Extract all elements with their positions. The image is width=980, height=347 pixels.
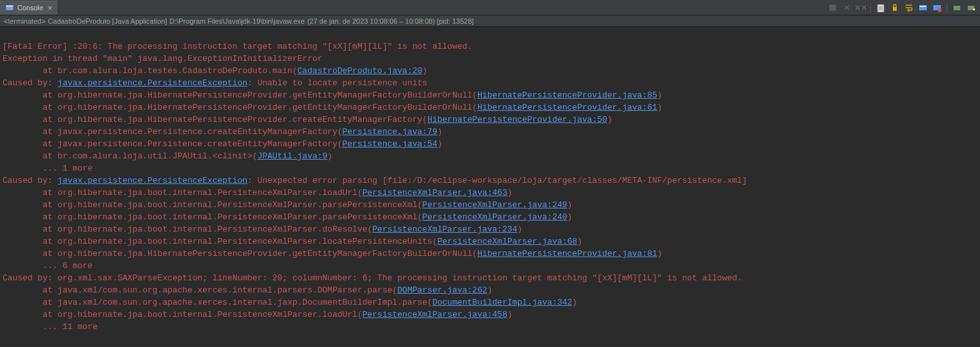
source-link[interactable]: PersistenceXmlParser.java:249 [422,200,567,210]
frames-omitted: ... 6 more [3,261,92,271]
stack-frame: at org.hibernate.jpa.boot.internal.Persi… [3,188,363,198]
console-icon [5,3,14,12]
paren: ) [577,237,582,246]
svg-rect-2 [829,4,836,11]
source-link[interactable]: HibernatePersistenceProvider.java:81 [477,249,657,258]
svg-rect-1 [6,6,13,7]
close-icon[interactable]: × [46,4,54,12]
cause-msg: : Unexpected error parsing [file:/D:/ecl… [247,176,747,185]
svg-text:▾: ▾ [973,7,976,12]
paren: ) [518,224,523,234]
stack-frame: at javax.persistence.Persistence.createE… [3,139,343,149]
tab-label: Console [17,4,43,12]
paren: ) [327,151,332,161]
console-line: [Fatal Error] :20:6: The processing inst… [3,42,472,51]
stack-frame: at javax.persistence.Persistence.createE… [3,127,343,137]
exception-link[interactable]: javax.persistence.PersistenceException [58,78,247,88]
stack-frame: at java.xml/com.sun.org.apache.xerces.in… [3,285,397,295]
paren: ) [568,212,573,222]
paren: ) [437,139,443,149]
tab-bar: Console × ✕ ✕✕ ▾ [0,0,980,15]
stack-frame: at org.hibernate.jpa.HibernatePersistenc… [3,249,477,258]
source-link[interactable]: PersistenceXmlParser.java:458 [363,310,507,319]
source-link[interactable]: HibernatePersistenceProvider.java:85 [477,90,657,100]
show-console-icon[interactable]: ▾ [965,1,977,14]
stack-frame: at org.hibernate.jpa.boot.internal.Persi… [3,310,363,319]
paren: ) [422,66,427,76]
word-wrap-icon[interactable] [902,1,915,14]
frames-omitted: ... 11 more [3,322,97,332]
separator [870,3,871,13]
stack-frame: at org.hibernate.jpa.boot.internal.Persi… [3,237,437,246]
paren: ) [657,103,662,112]
launch-status: <terminated> CadastroDeProduto [Java App… [0,15,980,27]
cause-msg: : Unable to locate persistence units [247,78,427,88]
tab-console[interactable]: Console × [0,1,58,15]
stack-frame: at br.com.alura.loja.testes.CadastroDePr… [3,66,297,76]
svg-rect-7 [893,7,897,11]
caused-by: Caused by: org.xml.sax.SAXParseException… [3,273,742,283]
source-link[interactable]: HibernatePersistenceProvider.java:50 [427,115,607,124]
separator [947,3,947,13]
remove-all-icon[interactable]: ✕✕ [854,1,867,14]
stack-frame: at org.hibernate.jpa.boot.internal.Persi… [3,200,422,210]
source-link[interactable]: DocumentBuilderImpl.java:342 [432,298,572,307]
source-link[interactable]: HibernatePersistenceProvider.java:61 [477,103,657,112]
paren: ) [607,115,612,124]
stack-frame: at org.hibernate.jpa.boot.internal.Persi… [3,224,372,234]
source-link[interactable]: DOMParser.java:262 [397,285,487,295]
exec-meta: (27 de jan. de 2023 10:08:06 – 10:08:08)… [307,17,474,25]
clear-console-icon[interactable] [874,1,887,14]
paren: ) [507,310,512,319]
paren: ) [657,249,662,258]
caused-by: Caused by: [3,176,58,185]
display-selected-icon[interactable] [931,1,943,14]
source-link[interactable]: PersistenceXmlParser.java:463 [363,188,507,198]
terminated-label: <terminated> [4,17,45,25]
scroll-lock-icon[interactable] [888,1,901,14]
paren: ) [507,188,512,198]
exception-link[interactable]: javax.persistence.PersistenceException [58,176,247,185]
svg-rect-9 [920,6,926,7]
console-output[interactable]: [Fatal Error] :20:6: The processing inst… [0,27,980,346]
source-link[interactable]: PersistenceXmlParser.java:68 [437,237,577,246]
paren: ) [487,285,493,295]
paren: ) [568,200,573,210]
svg-point-11 [938,8,942,12]
svg-rect-12 [954,6,960,10]
paren: ) [657,90,662,100]
source-link[interactable]: CadastroDeProduto.java:20 [297,66,422,76]
pin-console-icon[interactable] [917,1,929,14]
source-link[interactable]: Persistence.java:79 [343,127,437,137]
exception-class: java.lang.ExceptionInInitializerError [138,54,323,63]
source-link[interactable]: PersistenceXmlParser.java:240 [422,212,567,222]
frames-omitted: ... 1 more [3,164,92,173]
source-link[interactable]: JPAUtil.java:9 [257,151,327,161]
source-link[interactable]: Persistence.java:54 [343,139,437,149]
stack-frame: at org.hibernate.jpa.boot.internal.Persi… [3,212,422,222]
open-console-icon[interactable] [951,1,963,14]
terminate-icon[interactable] [826,1,839,14]
paren: ) [437,127,443,137]
stack-frame: at org.hibernate.jpa.HibernatePersistenc… [3,115,427,124]
console-line: Exception in thread "main" [3,54,138,63]
paren: ) [572,298,577,307]
app-name: CadastroDeProduto [Java Application] [48,17,167,25]
source-link[interactable]: PersistenceXmlParser.java:234 [372,224,517,234]
stack-frame: at br.com.alura.loja.util.JPAUtil.<clini… [3,151,257,161]
stack-frame: at java.xml/com.sun.org.apache.xerces.in… [3,298,432,307]
remove-launch-icon[interactable]: ✕ [840,1,853,14]
stack-frame: at org.hibernate.jpa.HibernatePersistenc… [3,90,477,100]
console-toolbar: ✕ ✕✕ ▾ [826,1,980,14]
caused-by: Caused by: [3,78,58,88]
exec-path: D:\Program Files\Java\jdk-19\bin\javaw.e… [170,17,305,25]
stack-frame: at org.hibernate.jpa.HibernatePersistenc… [3,103,477,112]
